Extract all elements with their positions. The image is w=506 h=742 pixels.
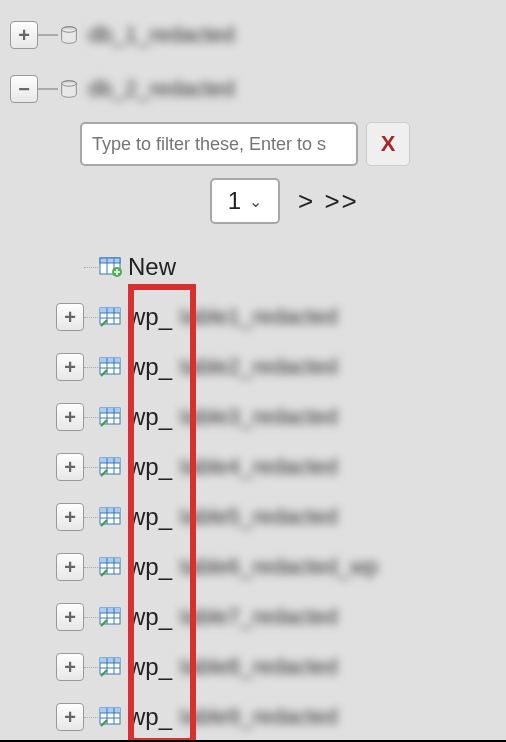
- svg-rect-22: [100, 408, 120, 413]
- table-name: table1_redacted: [180, 304, 338, 330]
- svg-rect-10: [100, 308, 120, 313]
- table-icon: [98, 605, 122, 629]
- table-prefix: wp_: [128, 453, 172, 481]
- page-next-button[interactable]: > >>: [298, 186, 359, 217]
- table-prefix: wp_: [128, 353, 172, 381]
- table-row[interactable]: wp_ table5_redacted: [80, 492, 506, 542]
- table-row[interactable]: wp_ table4_redacted: [80, 442, 506, 492]
- page-number: 1: [228, 187, 241, 215]
- page-select[interactable]: 1 ⌄: [210, 178, 280, 224]
- table-name: table5_redacted: [180, 504, 338, 530]
- expand-icon[interactable]: [56, 653, 84, 681]
- table-name: table4_redacted: [180, 454, 338, 480]
- table-prefix: wp_: [128, 653, 172, 681]
- table-icon: [98, 655, 122, 679]
- svg-rect-52: [100, 658, 120, 663]
- table-name: table6_redacted_wp: [180, 554, 378, 580]
- table-prefix: wp_: [128, 703, 172, 731]
- svg-rect-16: [100, 358, 120, 363]
- table-icon: [98, 305, 122, 329]
- table-list: New wp_ table1_redacted wp_ table2_redac…: [80, 242, 506, 742]
- table-icon: [98, 705, 122, 729]
- database-icon: [58, 78, 80, 100]
- expand-icon[interactable]: [56, 353, 84, 381]
- expand-icon[interactable]: [10, 21, 38, 49]
- table-row[interactable]: wp_ table7_redacted: [80, 592, 506, 642]
- new-table-icon: [98, 255, 122, 279]
- expand-icon[interactable]: [56, 453, 84, 481]
- table-icon: [98, 555, 122, 579]
- database-name: db_2_redacted: [88, 76, 235, 102]
- table-icon: [98, 455, 122, 479]
- chevron-down-icon: ⌄: [249, 192, 262, 211]
- table-icon: [98, 405, 122, 429]
- clear-filter-button[interactable]: X: [366, 122, 410, 166]
- table-name: table8_redacted: [180, 654, 338, 680]
- svg-rect-46: [100, 608, 120, 613]
- database-row[interactable]: db_1_redacted: [0, 10, 506, 60]
- table-prefix: wp_: [128, 503, 172, 531]
- filter-input[interactable]: [80, 122, 358, 166]
- svg-rect-5: [100, 258, 120, 263]
- svg-rect-34: [100, 508, 120, 513]
- new-table-label: New: [128, 253, 176, 281]
- table-row[interactable]: wp_ table6_redacted_wp: [80, 542, 506, 592]
- new-table-row[interactable]: New: [80, 242, 506, 292]
- table-row[interactable]: wp_ table1_redacted: [80, 292, 506, 342]
- table-row[interactable]: wp_ table8_redacted: [80, 642, 506, 692]
- table-prefix: wp_: [128, 303, 172, 331]
- table-row[interactable]: wp_ table3_redacted: [80, 392, 506, 442]
- table-name: table3_redacted: [180, 404, 338, 430]
- expand-icon[interactable]: [56, 603, 84, 631]
- svg-rect-40: [100, 558, 120, 563]
- table-name: table2_redacted: [180, 354, 338, 380]
- svg-rect-58: [100, 708, 120, 713]
- table-row[interactable]: wp_ table9_redacted: [80, 692, 506, 742]
- expand-icon[interactable]: [56, 703, 84, 731]
- expand-icon[interactable]: [56, 403, 84, 431]
- table-row[interactable]: wp_ table2_redacted: [80, 342, 506, 392]
- table-name: table7_redacted: [180, 604, 338, 630]
- database-name: db_1_redacted: [88, 22, 235, 48]
- expand-icon[interactable]: [56, 503, 84, 531]
- collapse-icon[interactable]: [10, 75, 38, 103]
- svg-rect-28: [100, 458, 120, 463]
- table-prefix: wp_: [128, 603, 172, 631]
- expand-icon[interactable]: [56, 303, 84, 331]
- table-prefix: wp_: [128, 553, 172, 581]
- database-row[interactable]: db_2_redacted: [0, 64, 506, 114]
- table-prefix: wp_: [128, 403, 172, 431]
- table-icon: [98, 505, 122, 529]
- table-icon: [98, 355, 122, 379]
- table-name: table9_redacted: [180, 704, 338, 730]
- expand-icon[interactable]: [56, 553, 84, 581]
- database-icon: [58, 24, 80, 46]
